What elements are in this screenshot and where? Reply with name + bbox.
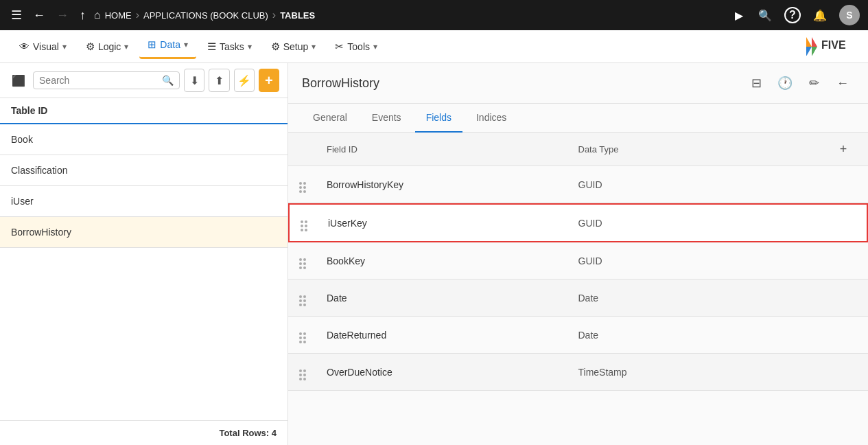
play-icon[interactable]: ▶ xyxy=(732,6,746,25)
breadcrumb-app[interactable]: APPLICATIONS (BOOK CLUB) xyxy=(143,10,268,21)
nav-tasks[interactable]: ☰ Tasks ▾ xyxy=(199,36,260,57)
field-id-value: OverDueNotice xyxy=(327,367,578,378)
sidebar: ⬛ 🔍 ⬇ ⬆ ⚡ + Table ID Book Classification… xyxy=(0,63,288,445)
tab-indices[interactable]: Indices xyxy=(465,104,517,133)
download-button[interactable]: ⬇ xyxy=(184,69,204,92)
drag-handle[interactable] xyxy=(299,289,327,306)
panel-actions: ⊟ 🕐 ✏ ← xyxy=(744,71,854,95)
sidebar-item-classification[interactable]: Classification xyxy=(0,155,288,186)
add-button[interactable]: + xyxy=(259,69,279,92)
field-type-value: Date xyxy=(578,293,830,304)
flash-button[interactable]: ⚡ xyxy=(234,69,255,92)
tab-fields[interactable]: Fields xyxy=(415,104,462,133)
sidebar-item-iuser-label: iUser xyxy=(11,196,34,207)
table-row[interactable]: OverDueNotice TimeStamp xyxy=(288,354,868,391)
up-icon[interactable] xyxy=(77,5,89,25)
setup-arrow: ▾ xyxy=(312,42,316,52)
field-type-value: GUID xyxy=(578,218,829,229)
history-button[interactable]: 🕐 xyxy=(773,71,797,95)
avatar[interactable]: S xyxy=(839,5,860,25)
table-row[interactable]: DateReturned Date xyxy=(288,317,868,354)
tabs: General Events Fields Indices xyxy=(288,104,868,133)
sidebar-item-book[interactable]: Book xyxy=(0,124,288,155)
table-row[interactable]: BorrowHistoryKey GUID xyxy=(288,166,868,203)
nav-visual-label: Visual xyxy=(33,41,59,52)
sidebar-toolbar: ⬛ 🔍 ⬇ ⬆ ⚡ + xyxy=(0,63,288,98)
sidebar-item-borrowhistory[interactable]: BorrowHistory xyxy=(0,217,288,248)
panel-header: BorrowHistory ⊟ 🕐 ✏ ← xyxy=(288,63,868,104)
data-type-label: Data Type xyxy=(578,144,619,155)
back-button[interactable]: ← xyxy=(831,71,854,95)
sidebar-item-book-label: Book xyxy=(11,134,33,145)
col-type-header: Data Type xyxy=(578,144,830,155)
col-field-header: Field ID xyxy=(327,144,578,155)
main-area: ⬛ 🔍 ⬇ ⬆ ⚡ + Table ID Book Classification… xyxy=(0,63,868,445)
help-icon[interactable]: ? xyxy=(784,7,801,23)
tab-events[interactable]: Events xyxy=(361,104,412,133)
field-type-value: GUID xyxy=(578,179,830,190)
edit-button[interactable]: ✏ xyxy=(802,71,825,95)
field-id-value: BookKey xyxy=(327,255,578,266)
hamburger-icon[interactable] xyxy=(8,5,25,25)
drag-dots-icon xyxy=(299,369,306,380)
breadcrumb-tables[interactable]: TABLES xyxy=(280,10,315,21)
add-field-button[interactable]: + xyxy=(834,139,853,159)
table-view-button[interactable]: ⊟ xyxy=(744,71,768,95)
svg-text:FIVE: FIVE xyxy=(821,39,846,51)
breadcrumb-sep2: › xyxy=(272,9,276,21)
fields-table: Field ID Data Type + BorrowHistoryKey GU… xyxy=(288,133,868,445)
sidebar-item-borrowhistory-label: BorrowHistory xyxy=(11,227,71,238)
sidebar-item-classification-label: Classification xyxy=(11,165,67,176)
drag-dots-icon xyxy=(299,258,306,269)
tasks-arrow: ▾ xyxy=(248,42,252,52)
data-arrow: ▾ xyxy=(184,40,188,49)
table-row[interactable]: iUserKey GUID xyxy=(288,203,868,242)
drag-handle[interactable] xyxy=(299,176,327,193)
drag-handle[interactable] xyxy=(299,363,327,380)
search-input[interactable] xyxy=(39,75,159,86)
forward-icon[interactable] xyxy=(54,5,71,25)
secondbar: 👁 Visual ▾ ⚙ Logic ▾ ⊞ Data ▾ ☰ Tasks ▾ … xyxy=(0,30,868,63)
tab-fields-label: Fields xyxy=(426,112,451,123)
tools-arrow: ▾ xyxy=(373,42,377,52)
drag-handle[interactable] xyxy=(299,252,327,269)
drag-dots-icon xyxy=(301,220,307,231)
field-type-value: Date xyxy=(578,330,830,341)
nav-tools[interactable]: ✂ Tools ▾ xyxy=(327,36,386,57)
svg-marker-3 xyxy=(806,37,812,47)
grid-icon: ⊞ xyxy=(148,38,156,51)
tab-events-label: Events xyxy=(372,112,401,123)
svg-marker-1 xyxy=(806,47,812,56)
filter-icon[interactable]: ⬛ xyxy=(8,69,29,92)
drag-dots-icon xyxy=(299,182,306,193)
tab-general[interactable]: General xyxy=(302,104,358,133)
breadcrumb-home[interactable]: HOME xyxy=(105,10,132,21)
nav-setup[interactable]: ⚙ Setup ▾ xyxy=(263,36,325,57)
back-icon[interactable] xyxy=(30,5,48,25)
upload-button[interactable]: ⬆ xyxy=(209,69,229,92)
field-type-value: TimeStamp xyxy=(578,367,830,378)
search-icon: 🔍 xyxy=(162,75,174,86)
nav-data[interactable]: ⊞ Data ▾ xyxy=(139,34,196,59)
sidebar-item-iuser[interactable]: iUser xyxy=(0,186,288,217)
sidebar-list: Book Classification iUser BorrowHistory xyxy=(0,124,288,420)
setup-icon: ⚙ xyxy=(271,41,280,53)
field-id-label: Field ID xyxy=(327,144,357,155)
drag-handle[interactable] xyxy=(301,214,328,231)
field-type-value: GUID xyxy=(578,255,830,266)
panel-title: BorrowHistory xyxy=(302,76,738,91)
bell-icon[interactable]: 🔔 xyxy=(810,6,830,25)
field-id-value: iUserKey xyxy=(328,218,578,229)
table-row[interactable]: Date Date xyxy=(288,279,868,317)
nav-visual[interactable]: 👁 Visual ▾ xyxy=(11,36,75,56)
search-top-icon[interactable]: 🔍 xyxy=(755,6,775,25)
breadcrumb-sep1: › xyxy=(136,9,139,21)
logic-icon: ⚙ xyxy=(86,41,95,53)
col-add-header: + xyxy=(830,139,857,159)
drag-handle[interactable] xyxy=(299,326,327,343)
nav-tasks-label: Tasks xyxy=(220,41,244,52)
total-rows-label: Total Rows: 4 xyxy=(219,428,277,438)
tab-general-label: General xyxy=(313,112,347,123)
table-row[interactable]: BookKey GUID xyxy=(288,242,868,279)
nav-logic[interactable]: ⚙ Logic ▾ xyxy=(78,36,137,57)
